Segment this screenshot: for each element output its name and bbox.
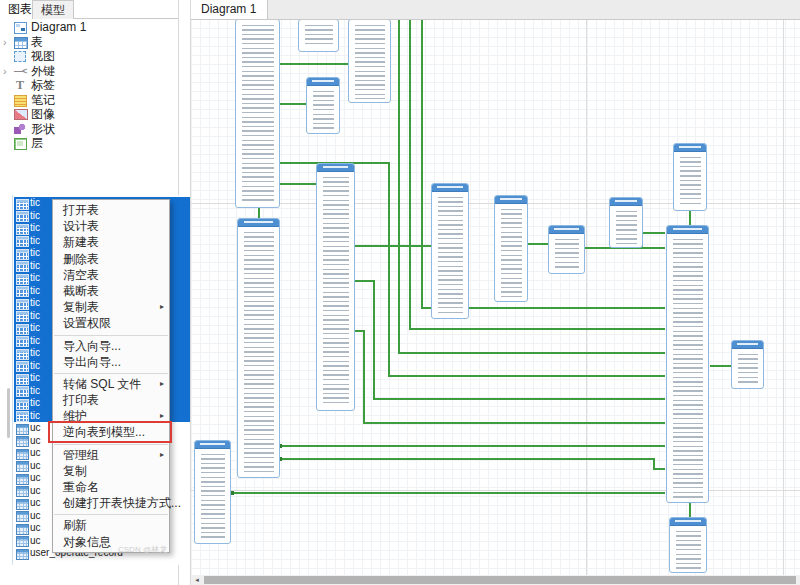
menu-item-13[interactable]: 打印表 [53, 392, 169, 408]
er-table-header[interactable] [674, 144, 706, 152]
table-list-row-label: tic [30, 247, 40, 258]
er-table-header[interactable] [238, 219, 279, 227]
er-table-11[interactable] [666, 225, 709, 503]
relationship-line [280, 103, 306, 105]
expand-chevron-icon[interactable]: › [3, 35, 11, 50]
menu-item-12[interactable]: 转储 SQL 文件▸ [53, 376, 169, 392]
er-table-header[interactable] [549, 226, 584, 234]
er-table-0[interactable] [235, 19, 280, 208]
relationship-line [232, 492, 665, 494]
er-table-12[interactable] [731, 340, 764, 389]
menu-item-0[interactable]: 打开表 [53, 202, 169, 218]
er-table-7[interactable] [494, 195, 528, 302]
menu-item-label: 转储 SQL 文件 [63, 377, 141, 391]
table-icon [16, 199, 29, 210]
menu-item-label: 复制表 [63, 300, 99, 314]
er-table-1[interactable] [298, 19, 339, 52]
expand-chevron-icon[interactable]: › [3, 64, 11, 79]
er-table-8[interactable] [548, 225, 585, 274]
er-table-10[interactable] [673, 143, 707, 211]
menu-item-label: 管理组 [63, 448, 99, 462]
menu-item-6[interactable]: 复制表▸ [53, 299, 169, 315]
page-boundary-line [783, 19, 784, 575]
table-list-row-label: tic [30, 197, 40, 208]
tree-item-label: 图像 [31, 107, 55, 121]
diagram-icon [14, 22, 27, 34]
er-table-fields [307, 86, 339, 133]
table-icon [16, 449, 29, 460]
table-list-row-label: tic [30, 360, 40, 371]
er-table-4[interactable] [316, 163, 355, 411]
watermark-small: CSDN @林龙 [118, 544, 167, 555]
er-table-header[interactable] [670, 518, 706, 526]
menu-item-19[interactable]: 重命名 [53, 479, 169, 495]
tree-item-0[interactable]: Diagram 1 [0, 20, 178, 35]
relationship-line [398, 19, 400, 353]
menu-item-2[interactable]: 新建表 [53, 234, 169, 250]
menu-item-15[interactable]: 逆向表到模型... [53, 424, 169, 440]
er-table-3[interactable] [306, 77, 340, 134]
relationship-line [373, 398, 665, 400]
er-table-13[interactable] [669, 517, 707, 573]
menu-item-5[interactable]: 截断表 [53, 283, 169, 299]
er-table-title-text [679, 146, 701, 148]
er-table-header[interactable] [495, 196, 527, 204]
menu-item-18[interactable]: 复制 [53, 463, 169, 479]
relationship-line [689, 503, 691, 517]
table-icon [16, 411, 29, 422]
table-icon [16, 349, 29, 360]
er-table-title-text [615, 200, 637, 202]
sidebar-tab-model[interactable]: 模型 [32, 0, 74, 19]
diagram-drawing-surface[interactable] [191, 19, 800, 575]
table-list-row-label: tic [30, 310, 40, 321]
menu-item-label: 逆向表到模型... [63, 425, 145, 439]
tree-item-8[interactable]: 层 [0, 136, 178, 151]
table-list-row-label: tic [30, 285, 40, 296]
er-table-5[interactable] [237, 218, 280, 478]
submenu-arrow-icon: ▸ [160, 447, 164, 463]
er-table-header[interactable] [195, 441, 230, 449]
er-table-header[interactable] [307, 78, 339, 86]
menu-item-14[interactable]: 维护▸ [53, 408, 169, 424]
tree-item-6[interactable]: 图像 [0, 107, 178, 122]
model-object-tree: Diagram 1›表视图›—<外键T标签笔记图像形状层 [0, 20, 178, 151]
horizontal-scrollbar-thumb[interactable] [204, 576, 796, 584]
table-icon [16, 511, 29, 522]
menu-item-22[interactable]: 刷新 [53, 517, 169, 533]
er-table-header[interactable] [732, 341, 763, 349]
tree-item-7[interactable]: 形状 [0, 122, 178, 137]
relationship-line [280, 183, 316, 185]
menu-item-17[interactable]: 管理组▸ [53, 447, 169, 463]
menu-item-10[interactable]: 导出向导... [53, 354, 169, 370]
er-table-header[interactable] [317, 164, 354, 172]
tree-item-3[interactable]: ›—<外键 [0, 64, 178, 79]
er-table-9[interactable] [609, 197, 643, 248]
er-table-fields [670, 526, 706, 572]
er-table-header[interactable] [667, 226, 708, 234]
label-icon: T [14, 80, 26, 91]
er-table-header[interactable] [610, 198, 642, 206]
er-table-fields [299, 20, 338, 51]
table-icon [16, 236, 29, 247]
tab-diagram-1[interactable]: Diagram 1 [191, 0, 268, 19]
menu-item-7[interactable]: 设置权限 [53, 315, 169, 331]
menu-item-20[interactable]: 创建打开表快捷方式... [53, 495, 169, 511]
relationship-line [258, 208, 260, 218]
tree-item-2[interactable]: 视图 [0, 49, 178, 64]
scroll-left-icon[interactable]: ◂ [192, 575, 202, 585]
menu-item-3[interactable]: 删除表 [53, 251, 169, 267]
er-table-6[interactable] [431, 183, 469, 319]
table-list-row-label: tic [30, 235, 40, 246]
er-table-header[interactable] [432, 184, 468, 192]
tree-item-1[interactable]: ›表 [0, 35, 178, 50]
menu-item-9[interactable]: 导入向导... [53, 338, 169, 354]
menu-item-4[interactable]: 清空表 [53, 267, 169, 283]
menu-item-1[interactable]: 设计表 [53, 218, 169, 234]
tree-item-5[interactable]: 笔记 [0, 93, 178, 108]
er-table-2[interactable] [348, 19, 391, 103]
table-icon [16, 486, 29, 497]
table-list-scrollbar-thumb[interactable] [7, 388, 10, 438]
er-table-14[interactable] [194, 440, 231, 544]
horizontal-scrollbar[interactable]: ◂ [191, 575, 800, 585]
tree-item-4[interactable]: T标签 [0, 78, 178, 93]
